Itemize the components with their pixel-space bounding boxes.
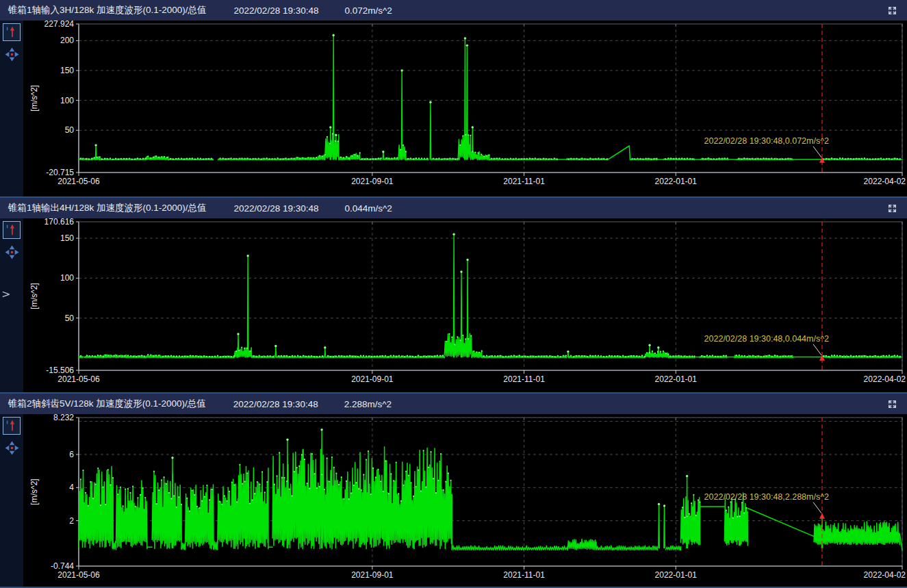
- move-arrows-icon: [5, 245, 19, 259]
- cursor-tool-button[interactable]: [3, 221, 21, 239]
- x-axis-labels: 2021-05-062021-09-012021-11-012022-01-01…: [58, 570, 906, 580]
- panel-header: 锥箱2轴斜齿5V/128k 加速度波形(0.1-2000)/总值 2022/02…: [0, 394, 907, 414]
- cursor-marker-icon: [4, 25, 19, 40]
- waveform-panel-2: 锥箱1轴输出4H/128k 加速度波形(0.1-2000)/总值 2022/02…: [0, 198, 907, 394]
- svg-text:2021-11-01: 2021-11-01: [503, 374, 545, 384]
- cursor-tool-button[interactable]: [3, 23, 21, 41]
- svg-text:2021-11-01: 2021-11-01: [503, 177, 545, 186]
- svg-text:200: 200: [60, 36, 74, 45]
- grid: [79, 24, 902, 172]
- svg-text:2022-04-02: 2022-04-02: [864, 177, 906, 186]
- plot-area: 8.232642-0.744[m/s^2]2021-05-062021-09-0…: [23, 414, 907, 587]
- plot-area: 227.92420015010050-20.715[m/s^2]2021-05-…: [23, 21, 907, 196]
- svg-text:2022-01-01: 2022-01-01: [655, 570, 698, 580]
- waveform-chart[interactable]: 170.61615010050-15.506[m/s^2]2021-05-062…: [23, 218, 907, 392]
- svg-text:6: 6: [69, 450, 74, 459]
- svg-text:227.924: 227.924: [44, 21, 75, 29]
- svg-text:2022-01-01: 2022-01-01: [655, 177, 698, 186]
- svg-text:2021-11-01: 2021-11-01: [503, 570, 545, 580]
- svg-text:2021-09-01: 2021-09-01: [351, 374, 394, 384]
- pan-tool-button[interactable]: [5, 441, 19, 455]
- cursor-annotation: 2022/02/28 19:30:48,2.288m/s^2: [704, 492, 829, 502]
- expand-icon[interactable]: [885, 3, 899, 17]
- svg-text:2021-05-06: 2021-05-06: [58, 570, 100, 580]
- svg-text:150: 150: [60, 66, 74, 75]
- y-axis-labels: 170.61615010050-15.506: [44, 218, 75, 375]
- svg-text:50: 50: [65, 125, 75, 135]
- svg-text:2021-09-01: 2021-09-01: [351, 570, 394, 580]
- svg-text:2021-05-06: 2021-05-06: [58, 374, 100, 384]
- waveform-chart[interactable]: 227.92420015010050-20.715[m/s^2]2021-05-…: [23, 21, 907, 196]
- svg-text:2: 2: [69, 516, 74, 526]
- sidebar-collapse-arrow[interactable]: >: [1, 289, 10, 300]
- cursor-value: 0.044m/s^2: [344, 203, 392, 214]
- annotation-leader-line: [813, 502, 821, 513]
- svg-text:2022-04-02: 2022-04-02: [864, 570, 906, 580]
- waveform-panel-3: 锥箱2轴斜齿5V/128k 加速度波形(0.1-2000)/总值 2022/02…: [0, 394, 907, 588]
- cursor-value: 0.072m/s^2: [344, 5, 392, 16]
- waveform-chart[interactable]: 8.232642-0.744[m/s^2]2021-05-062021-09-0…: [23, 414, 907, 587]
- cursor-tool-button[interactable]: [3, 417, 21, 435]
- svg-text:50: 50: [65, 314, 75, 323]
- x-axis-labels: 2021-05-062021-09-012021-11-012022-01-01…: [58, 177, 906, 186]
- svg-text:-20.715: -20.715: [46, 168, 74, 177]
- annotation-leader-line: [813, 344, 821, 355]
- svg-text:150: 150: [60, 233, 74, 243]
- svg-text:2022-04-02: 2022-04-02: [864, 374, 906, 384]
- svg-text:-15.506: -15.506: [46, 366, 74, 375]
- panel-title: 锥箱1轴输入3H/128k 加速度波形(0.1-2000)/总值: [8, 4, 207, 16]
- svg-text:-0.744: -0.744: [51, 561, 74, 571]
- panel-header: 锥箱1轴输入3H/128k 加速度波形(0.1-2000)/总值 2022/02…: [0, 0, 907, 21]
- panel-body: 8.232642-0.744[m/s^2]2021-05-062021-09-0…: [0, 414, 907, 587]
- cursor-timestamp: 2022/02/28 19:30:48: [233, 399, 318, 409]
- panel-header: 锥箱1轴输出4H/128k 加速度波形(0.1-2000)/总值 2022/02…: [0, 198, 907, 218]
- x-axis-labels: 2021-05-062021-09-012021-11-012022-01-01…: [58, 374, 906, 384]
- waveform-series: [79, 430, 902, 550]
- svg-text:100: 100: [60, 96, 74, 105]
- cursor-timestamp: 2022/02/28 19:30:48: [234, 5, 319, 16]
- pan-tool-button[interactable]: [5, 245, 19, 259]
- panel-title: 锥箱1轴输出4H/128k 加速度波形(0.1-2000)/总值: [8, 202, 207, 214]
- y-axis-unit: [m/s^2]: [29, 478, 39, 504]
- pan-tool-button[interactable]: [5, 47, 19, 62]
- cursor-timestamp: 2022/02/28 19:30:48: [234, 203, 319, 214]
- y-axis-unit: [m/s^2]: [29, 283, 39, 309]
- waveform-panel-1: 锥箱1轴输入3H/128k 加速度波形(0.1-2000)/总值 2022/02…: [0, 0, 907, 198]
- cursor-marker-icon: [4, 222, 19, 238]
- chart-toolbar: [0, 21, 23, 196]
- svg-text:100: 100: [60, 273, 74, 283]
- svg-text:4: 4: [69, 483, 74, 492]
- svg-text:8.232: 8.232: [53, 414, 74, 422]
- cursor-annotation: 2022/02/28 19:30:48,0.044m/s^2: [704, 334, 829, 344]
- move-arrows-icon: [5, 47, 19, 62]
- svg-text:170.616: 170.616: [44, 218, 75, 227]
- panel-body: 170.61615010050-15.506[m/s^2]2021-05-062…: [0, 218, 907, 392]
- plot-area: 170.61615010050-15.506[m/s^2]2021-05-062…: [23, 218, 907, 392]
- vibration-trend-viewer: { "ui": { "collapse_glyph": ">" }, "them…: [0, 0, 907, 588]
- chart-toolbar: [0, 218, 23, 392]
- cursor-marker-icon: [4, 418, 19, 433]
- y-axis-unit: [m/s^2]: [29, 85, 39, 111]
- move-arrows-icon: [5, 441, 19, 455]
- svg-text:2021-09-01: 2021-09-01: [351, 177, 394, 186]
- svg-text:2022-01-01: 2022-01-01: [655, 374, 698, 384]
- cursor-point-marker: [819, 513, 825, 519]
- annotation-leader-line: [813, 146, 821, 157]
- grid: [79, 222, 902, 370]
- y-axis-labels: 227.92420015010050-20.715: [44, 21, 75, 177]
- expand-icon[interactable]: [885, 397, 899, 411]
- svg-text:2021-05-06: 2021-05-06: [58, 177, 100, 186]
- y-axis-labels: 8.232642-0.744: [51, 414, 74, 571]
- panel-body: 227.92420015010050-20.715[m/s^2]2021-05-…: [0, 21, 907, 196]
- expand-icon[interactable]: [885, 201, 899, 215]
- cursor-value: 2.288m/s^2: [344, 399, 392, 409]
- cursor-annotation: 2022/02/28 19:30:48,0.072m/s^2: [704, 136, 829, 146]
- panel-title: 锥箱2轴斜齿5V/128k 加速度波形(0.1-2000)/总值: [8, 398, 206, 410]
- chart-toolbar: [0, 414, 23, 587]
